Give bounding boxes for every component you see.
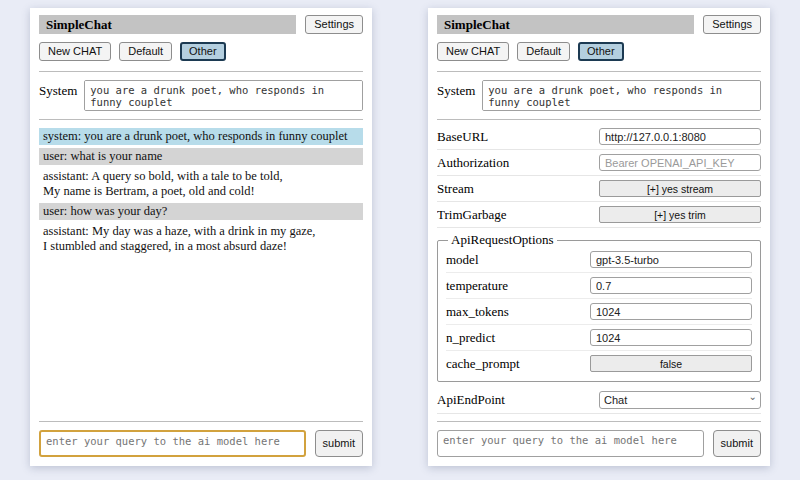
- api-endpoint-select-wrap: Chat ⌄: [599, 390, 761, 409]
- chat-message-user: user: what is your name: [39, 148, 363, 165]
- chat-message-list: system: you are a drunk poet, who respon…: [39, 128, 363, 418]
- setting-row-api-endpoint: ApiEndPoint Chat ⌄: [437, 387, 761, 414]
- system-label: System: [39, 80, 77, 99]
- trimgarbage-label: TrimGarbage: [437, 207, 507, 223]
- system-prompt-input[interactable]: you are a drunk poet, who responds in fu…: [84, 80, 363, 111]
- temperature-label: temperature: [446, 278, 508, 294]
- setting-row-temperature: temperature: [446, 274, 752, 299]
- query-row: submit: [437, 430, 761, 457]
- max-tokens-label: max_tokens: [446, 304, 509, 320]
- setting-row-model: model: [446, 248, 752, 273]
- system-prompt-row: System you are a drunk poet, who respond…: [437, 80, 761, 111]
- submit-button[interactable]: submit: [315, 430, 363, 457]
- setting-row-trimgarbage: TrimGarbage [+] yes trim: [437, 203, 761, 228]
- cache-prompt-label: cache_prompt: [446, 356, 520, 372]
- session-tabs: New CHAT Default Other: [39, 42, 363, 61]
- divider: [39, 71, 363, 72]
- tab-new-chat[interactable]: New CHAT: [437, 42, 509, 61]
- api-request-options-legend: ApiRequestOptions: [448, 232, 557, 248]
- settings-button[interactable]: Settings: [305, 15, 363, 34]
- query-input[interactable]: [39, 430, 306, 457]
- setting-row-stream: Stream [+] yes stream: [437, 177, 761, 202]
- tab-default[interactable]: Default: [119, 42, 172, 61]
- divider: [437, 421, 761, 422]
- api-endpoint-label: ApiEndPoint: [437, 392, 505, 408]
- tab-other[interactable]: Other: [578, 42, 624, 61]
- setting-row-max-tokens: max_tokens: [446, 300, 752, 325]
- temperature-input[interactable]: [590, 277, 752, 294]
- baseurl-input[interactable]: [599, 128, 761, 145]
- system-prompt-input[interactable]: you are a drunk poet, who responds in fu…: [482, 80, 761, 111]
- api-endpoint-select[interactable]: Chat: [599, 391, 761, 409]
- authorization-input[interactable]: [599, 154, 761, 171]
- tab-other[interactable]: Other: [180, 42, 226, 61]
- chat-message-assistant: assistant: A query so bold, with a tale …: [39, 168, 363, 200]
- setting-row-n-predict: n_predict: [446, 326, 752, 351]
- model-input[interactable]: [590, 251, 752, 268]
- cache-prompt-toggle-button[interactable]: false: [590, 355, 752, 372]
- query-input[interactable]: [437, 430, 704, 457]
- submit-button[interactable]: submit: [713, 430, 761, 457]
- stream-label: Stream: [437, 181, 474, 197]
- chat-panel: SimpleChat Settings New CHAT Default Oth…: [30, 8, 372, 466]
- app-title: SimpleChat: [39, 15, 296, 34]
- tab-new-chat[interactable]: New CHAT: [39, 42, 111, 61]
- settings-list: BaseURL Authorization Stream [+] yes str…: [437, 125, 761, 418]
- divider: [437, 119, 761, 120]
- settings-button[interactable]: Settings: [703, 15, 761, 34]
- setting-row-authorization: Authorization: [437, 151, 761, 176]
- query-row: submit: [39, 430, 363, 457]
- chat-message-system: system: you are a drunk poet, who respon…: [39, 128, 363, 145]
- divider: [39, 421, 363, 422]
- authorization-label: Authorization: [437, 155, 509, 171]
- tab-default[interactable]: Default: [517, 42, 570, 61]
- setting-row-chat-history: ChatHistoryInCtxt Last1 ⌄: [437, 415, 761, 418]
- api-request-options-fieldset: ApiRequestOptions model temperature max_…: [437, 232, 761, 382]
- baseurl-label: BaseURL: [437, 129, 488, 145]
- titlebar-row: SimpleChat Settings: [39, 15, 363, 34]
- stream-toggle-button[interactable]: [+] yes stream: [599, 180, 761, 197]
- session-tabs: New CHAT Default Other: [437, 42, 761, 61]
- setting-row-cache-prompt: cache_prompt false: [446, 352, 752, 376]
- n-predict-input[interactable]: [590, 329, 752, 346]
- titlebar-row: SimpleChat Settings: [437, 15, 761, 34]
- chat-message-user: user: how was your day?: [39, 203, 363, 220]
- model-label: model: [446, 252, 479, 268]
- system-label: System: [437, 80, 475, 99]
- trimgarbage-toggle-button[interactable]: [+] yes trim: [599, 206, 761, 223]
- divider: [39, 119, 363, 120]
- system-prompt-row: System you are a drunk poet, who respond…: [39, 80, 363, 111]
- app-title: SimpleChat: [437, 15, 694, 34]
- n-predict-label: n_predict: [446, 330, 495, 346]
- divider: [437, 71, 761, 72]
- chat-message-assistant: assistant: My day was a haze, with a dri…: [39, 223, 363, 255]
- max-tokens-input[interactable]: [590, 303, 752, 320]
- settings-panel: SimpleChat Settings New CHAT Default Oth…: [428, 8, 770, 466]
- setting-row-baseurl: BaseURL: [437, 125, 761, 150]
